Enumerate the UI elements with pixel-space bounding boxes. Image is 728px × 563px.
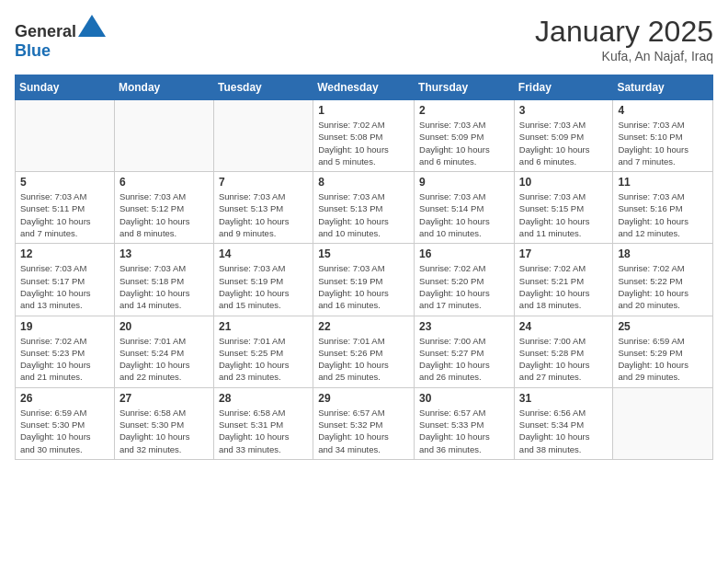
week-row: 5Sunrise: 7:03 AM Sunset: 5:11 PM Daylig…: [16, 172, 713, 244]
calendar-cell: 14Sunrise: 7:03 AM Sunset: 5:19 PM Dayli…: [213, 244, 313, 316]
calendar-cell: 27Sunrise: 6:58 AM Sunset: 5:30 PM Dayli…: [114, 387, 213, 459]
day-info: Sunrise: 6:57 AM Sunset: 5:32 PM Dayligh…: [318, 407, 409, 455]
day-number: 2: [419, 104, 509, 117]
title-block: January 2025 Kufa, An Najaf, Iraq: [535, 15, 713, 63]
calendar-cell: 20Sunrise: 7:01 AM Sunset: 5:24 PM Dayli…: [114, 316, 213, 387]
weekday-header: Sunday: [16, 75, 115, 100]
weekday-header: Friday: [514, 75, 613, 100]
logo: General Blue: [15, 15, 106, 61]
day-number: 22: [318, 320, 409, 333]
day-number: 9: [419, 176, 509, 189]
day-info: Sunrise: 7:03 AM Sunset: 5:09 PM Dayligh…: [419, 119, 509, 167]
day-info: Sunrise: 7:02 AM Sunset: 5:21 PM Dayligh…: [519, 262, 609, 311]
day-info: Sunrise: 7:02 AM Sunset: 5:08 PM Dayligh…: [318, 119, 409, 167]
day-number: 28: [219, 392, 308, 405]
day-number: 10: [519, 176, 609, 189]
week-row: 26Sunrise: 6:59 AM Sunset: 5:30 PM Dayli…: [16, 387, 713, 459]
day-number: 26: [20, 392, 109, 405]
calendar-cell: 28Sunrise: 6:58 AM Sunset: 5:31 PM Dayli…: [213, 387, 313, 459]
day-number: 30: [419, 392, 509, 405]
calendar-cell: [16, 100, 115, 172]
day-info: Sunrise: 6:59 AM Sunset: 5:30 PM Dayligh…: [20, 407, 109, 455]
calendar-cell: 25Sunrise: 6:59 AM Sunset: 5:29 PM Dayli…: [613, 316, 713, 387]
calendar-cell: 24Sunrise: 7:00 AM Sunset: 5:28 PM Dayli…: [514, 316, 613, 387]
weekday-header-row: SundayMondayTuesdayWednesdayThursdayFrid…: [16, 75, 713, 100]
day-info: Sunrise: 7:02 AM Sunset: 5:22 PM Dayligh…: [618, 262, 708, 311]
calendar-cell: 11Sunrise: 7:03 AM Sunset: 5:16 PM Dayli…: [613, 172, 713, 244]
month-title: January 2025: [535, 15, 713, 49]
weekday-header: Tuesday: [213, 75, 313, 100]
logo-general: General: [15, 22, 76, 40]
day-number: 29: [318, 392, 409, 405]
day-number: 8: [318, 176, 409, 189]
logo-blue: Blue: [15, 41, 51, 60]
day-number: 4: [618, 104, 708, 117]
day-number: 13: [119, 247, 209, 260]
calendar-cell: 18Sunrise: 7:02 AM Sunset: 5:22 PM Dayli…: [613, 244, 713, 316]
weekday-header: Saturday: [613, 75, 713, 100]
calendar-cell: 10Sunrise: 7:03 AM Sunset: 5:15 PM Dayli…: [514, 172, 613, 244]
calendar-cell: 8Sunrise: 7:03 AM Sunset: 5:13 PM Daylig…: [313, 172, 415, 244]
calendar-cell: 19Sunrise: 7:02 AM Sunset: 5:23 PM Dayli…: [16, 316, 115, 387]
calendar-cell: [114, 100, 213, 172]
day-info: Sunrise: 7:01 AM Sunset: 5:26 PM Dayligh…: [318, 335, 409, 384]
day-info: Sunrise: 6:59 AM Sunset: 5:29 PM Dayligh…: [618, 335, 708, 384]
day-info: Sunrise: 7:02 AM Sunset: 5:23 PM Dayligh…: [20, 335, 109, 384]
day-number: 15: [318, 247, 409, 260]
calendar-cell: 23Sunrise: 7:00 AM Sunset: 5:27 PM Dayli…: [415, 316, 515, 387]
day-number: 7: [219, 176, 308, 189]
weekday-header: Monday: [114, 75, 213, 100]
day-info: Sunrise: 7:03 AM Sunset: 5:18 PM Dayligh…: [119, 262, 209, 311]
calendar-cell: 26Sunrise: 6:59 AM Sunset: 5:30 PM Dayli…: [16, 387, 115, 459]
calendar-cell: 2Sunrise: 7:03 AM Sunset: 5:09 PM Daylig…: [415, 100, 515, 172]
calendar-cell: 21Sunrise: 7:01 AM Sunset: 5:25 PM Dayli…: [213, 316, 313, 387]
calendar-cell: 30Sunrise: 6:57 AM Sunset: 5:33 PM Dayli…: [415, 387, 515, 459]
day-info: Sunrise: 7:00 AM Sunset: 5:28 PM Dayligh…: [519, 335, 609, 384]
calendar-cell: 12Sunrise: 7:03 AM Sunset: 5:17 PM Dayli…: [16, 244, 115, 316]
day-info: Sunrise: 7:03 AM Sunset: 5:09 PM Dayligh…: [519, 119, 609, 167]
day-info: Sunrise: 6:56 AM Sunset: 5:34 PM Dayligh…: [519, 407, 609, 455]
day-info: Sunrise: 7:03 AM Sunset: 5:14 PM Dayligh…: [419, 190, 509, 239]
calendar-cell: [213, 100, 313, 172]
day-number: 24: [519, 320, 609, 333]
calendar-cell: 17Sunrise: 7:02 AM Sunset: 5:21 PM Dayli…: [514, 244, 613, 316]
calendar-cell: 29Sunrise: 6:57 AM Sunset: 5:32 PM Dayli…: [313, 387, 415, 459]
calendar-cell: 7Sunrise: 7:03 AM Sunset: 5:13 PM Daylig…: [213, 172, 313, 244]
day-info: Sunrise: 7:00 AM Sunset: 5:27 PM Dayligh…: [419, 335, 509, 384]
day-number: 21: [219, 320, 308, 333]
day-info: Sunrise: 7:03 AM Sunset: 5:12 PM Dayligh…: [119, 190, 209, 239]
day-info: Sunrise: 7:03 AM Sunset: 5:16 PM Dayligh…: [618, 190, 708, 239]
day-info: Sunrise: 7:03 AM Sunset: 5:17 PM Dayligh…: [20, 262, 109, 311]
day-info: Sunrise: 6:58 AM Sunset: 5:31 PM Dayligh…: [219, 407, 308, 455]
day-number: 25: [618, 320, 708, 333]
svg-marker-0: [78, 15, 106, 37]
day-number: 20: [119, 320, 209, 333]
day-info: Sunrise: 7:01 AM Sunset: 5:25 PM Dayligh…: [219, 335, 308, 384]
day-info: Sunrise: 7:01 AM Sunset: 5:24 PM Dayligh…: [119, 335, 209, 384]
calendar-cell: 16Sunrise: 7:02 AM Sunset: 5:20 PM Dayli…: [415, 244, 515, 316]
day-info: Sunrise: 7:03 AM Sunset: 5:15 PM Dayligh…: [519, 190, 609, 239]
day-info: Sunrise: 7:03 AM Sunset: 5:19 PM Dayligh…: [318, 262, 409, 311]
day-number: 14: [219, 247, 308, 260]
day-info: Sunrise: 7:03 AM Sunset: 5:10 PM Dayligh…: [618, 119, 708, 167]
week-row: 12Sunrise: 7:03 AM Sunset: 5:17 PM Dayli…: [16, 244, 713, 316]
calendar-cell: 31Sunrise: 6:56 AM Sunset: 5:34 PM Dayli…: [514, 387, 613, 459]
day-number: 6: [119, 176, 209, 189]
location-title: Kufa, An Najaf, Iraq: [535, 49, 713, 63]
calendar-cell: 5Sunrise: 7:03 AM Sunset: 5:11 PM Daylig…: [16, 172, 115, 244]
day-number: 23: [419, 320, 509, 333]
day-number: 11: [618, 176, 708, 189]
week-row: 1Sunrise: 7:02 AM Sunset: 5:08 PM Daylig…: [16, 100, 713, 172]
calendar-cell: 15Sunrise: 7:03 AM Sunset: 5:19 PM Dayli…: [313, 244, 415, 316]
calendar-cell: [613, 387, 713, 459]
day-number: 1: [318, 104, 409, 117]
day-info: Sunrise: 6:57 AM Sunset: 5:33 PM Dayligh…: [419, 407, 509, 455]
day-number: 31: [519, 392, 609, 405]
day-number: 19: [20, 320, 109, 333]
calendar-cell: 13Sunrise: 7:03 AM Sunset: 5:18 PM Dayli…: [114, 244, 213, 316]
day-number: 17: [519, 247, 609, 260]
calendar-cell: 3Sunrise: 7:03 AM Sunset: 5:09 PM Daylig…: [514, 100, 613, 172]
day-info: Sunrise: 7:03 AM Sunset: 5:11 PM Dayligh…: [20, 190, 109, 239]
day-info: Sunrise: 7:02 AM Sunset: 5:20 PM Dayligh…: [419, 262, 509, 311]
day-number: 5: [20, 176, 109, 189]
